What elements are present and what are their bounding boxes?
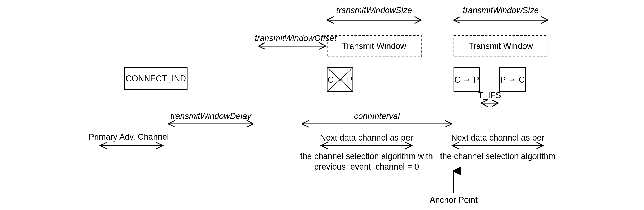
p-to-c-text: P → C bbox=[500, 75, 525, 84]
transmit-window-text-2: Transmit Window bbox=[469, 41, 533, 51]
c-to-p-failed-box: C → P bbox=[327, 68, 353, 91]
connect-ind-text: CONNECT_IND bbox=[125, 74, 186, 83]
transmit-window-offset-label: transmitWindowOffset bbox=[255, 33, 337, 43]
primary-adv-channel-label: Primary Adv. Channel bbox=[89, 132, 169, 142]
c-to-p-text: C → P bbox=[454, 75, 479, 84]
anchor-point-label: Anchor Point bbox=[430, 195, 478, 205]
c-to-p-failed-text: C → P bbox=[328, 75, 352, 84]
transmit-window-size-label-1: transmitWindowSize bbox=[336, 6, 412, 15]
next-channel-2-line2: the channel selection algorithm bbox=[440, 152, 555, 161]
transmit-window-size-label-2: transmitWindowSize bbox=[463, 6, 539, 15]
t-ifs-label: T_IFS bbox=[478, 91, 501, 100]
next-channel-1-line2: the channel selection algorithm with bbox=[300, 152, 433, 161]
next-channel-1-line1: Next data channel as per bbox=[320, 133, 413, 142]
transmit-window-text-1: Transmit Window bbox=[342, 41, 406, 51]
next-channel-1-line3: previous_event_channel = 0 bbox=[314, 162, 419, 171]
conn-interval-label: connInterval bbox=[354, 111, 400, 121]
transmit-window-delay-label: transmitWindowDelay bbox=[170, 111, 252, 121]
next-channel-2-line1: Next data channel as per bbox=[451, 133, 545, 142]
